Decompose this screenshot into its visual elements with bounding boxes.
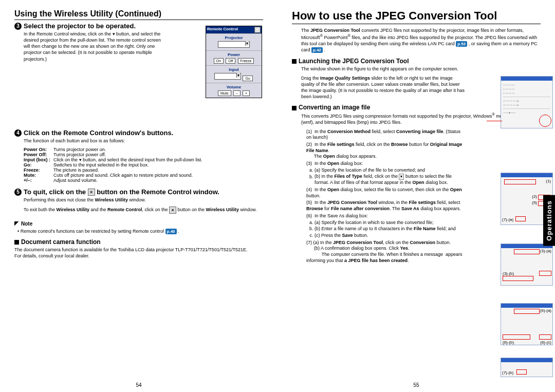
right-page: How to use the JPEG Conversion Tool The … — [278, 0, 555, 392]
vol-up-button[interactable]: + — [243, 90, 250, 96]
power-off-button[interactable]: Off — [226, 58, 235, 64]
page-num-right: 55 — [413, 382, 419, 388]
step5-body1: Performing this does not close the Wirel… — [24, 197, 263, 203]
input-select[interactable] — [214, 73, 241, 80]
close-icon: × — [169, 207, 176, 214]
left-page: Using the Wireless Utility (Continued) 3… — [0, 0, 278, 392]
step5-num: 5 — [14, 189, 22, 196]
step4-table: Power On:Turns projector power on.Power … — [24, 147, 206, 183]
convert-steps: (1) In the Conversion Method field, sele… — [306, 129, 467, 264]
left-title: Using the Wireless Utility (Continued) — [14, 9, 263, 20]
volume-label: Volume — [208, 85, 260, 89]
page-ref-52: p.52 — [456, 41, 467, 47]
freeze-button[interactable]: Freeze — [238, 58, 254, 64]
step3-title: Select the projector to be operated. — [24, 22, 136, 30]
step5: 5 To quit, click on the × button on the … — [14, 188, 263, 196]
go-button[interactable]: Go — [243, 76, 252, 81]
note-icon — [14, 221, 19, 226]
close-icon: × — [88, 189, 95, 196]
power-label: Power — [208, 52, 260, 57]
page-ref-40: p.40 — [165, 229, 177, 234]
power-on-button[interactable]: On — [214, 58, 224, 64]
step5-body2: To exit both the Wireless Utility and th… — [24, 207, 263, 214]
side-tab: Operations — [543, 195, 555, 246]
page-num-left: 54 — [136, 382, 141, 388]
projector-label: Projector — [208, 35, 260, 40]
convert-intro: This converts JPEG files using compressi… — [301, 112, 517, 125]
mute-button[interactable]: Mute — [218, 90, 231, 96]
remote-control-mock: Remote Control × Projector Power On Off … — [206, 26, 262, 98]
doccam-body: The document camera function is availabl… — [14, 247, 263, 259]
note-text: • Remote control's functions can be rest… — [17, 228, 263, 234]
right-title: How to use the JPEG Conversion Tool — [292, 9, 541, 24]
close-icon[interactable]: × — [254, 27, 261, 33]
step3-num: 3 — [14, 23, 22, 30]
saveas-dialog-screenshot: (6)-(a) (6)-(b) (6)-(c) — [501, 303, 553, 345]
right-intro: The JPEG Conversion Tool converts JPEG f… — [301, 27, 541, 53]
open-dialog-screenshot: (3)-(a) (3)-(b) (4) — [501, 244, 553, 286]
step4-num: 4 — [14, 129, 22, 137]
confirm-dialog-screenshot: (7)-(b) — [501, 358, 553, 377]
launch-p2: Drag the Image Quality Settings slider t… — [301, 75, 467, 100]
note-label: Note — [14, 221, 32, 227]
step4: 4 Click on the Remote Control window's b… — [14, 129, 263, 137]
projector-select[interactable] — [218, 41, 250, 48]
step5-title: To quit, click on the × button on the Re… — [24, 188, 219, 196]
launch-heading: Launching the JPEG Conversion Tool — [292, 58, 541, 65]
vol-down-button[interactable]: – — [233, 90, 240, 96]
remote-title-text: Remote Control — [207, 27, 238, 33]
page-ref-42: p.42 — [311, 47, 323, 53]
step4-intro: The function of each button and box is a… — [24, 138, 263, 144]
launch-p1: The window shown in the figure to the ri… — [301, 66, 467, 72]
input-label: Input — [208, 67, 260, 72]
doccam-heading: Document camera function — [14, 238, 263, 246]
launch-screenshot: ○ — — —○ — — —○ — — — — — — — ▭— — — — ▭… — [501, 76, 553, 128]
step4-title: Click on the Remote Control window's but… — [24, 129, 173, 137]
step3-body: In the Remote Control window, click on t… — [24, 31, 168, 62]
